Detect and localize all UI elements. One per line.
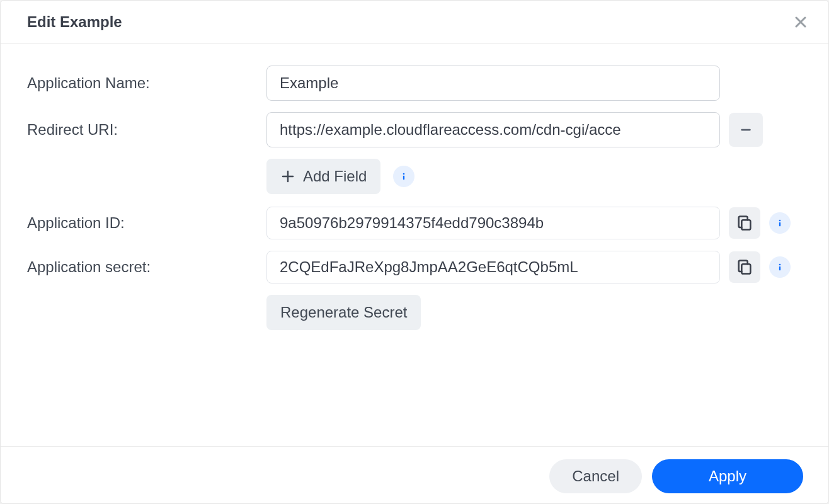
row-app-name: Application Name: [27, 66, 802, 101]
row-app-id: Application ID: 9a50976b2979914375f4edd7… [27, 207, 802, 239]
copy-app-secret-button[interactable] [729, 251, 760, 283]
redirect-uri-input[interactable] [266, 112, 720, 147]
close-icon [793, 14, 808, 30]
info-app-secret[interactable] [769, 256, 791, 278]
close-button[interactable] [791, 12, 811, 32]
edit-dialog: Edit Example Application Name: Redirect … [0, 0, 829, 504]
app-secret-value[interactable]: 2CQEdFaJReXpg8JmpAA2GeE6qtCQb5mL [266, 251, 720, 284]
copy-icon [736, 214, 753, 232]
copy-icon [736, 258, 753, 276]
input-wrap-redirect-uri [266, 112, 802, 147]
info-icon [775, 218, 785, 228]
input-wrap-app-secret: 2CQEdFaJReXpg8JmpAA2GeE6qtCQb5mL [266, 251, 802, 284]
input-wrap-app-name [266, 66, 802, 101]
dialog-body: Application Name: Redirect URI: [1, 44, 828, 446]
label-app-name: Application Name: [27, 74, 266, 92]
dialog-title: Edit Example [27, 13, 122, 31]
dialog-footer: Cancel Apply [1, 446, 828, 503]
svg-point-11 [779, 264, 781, 266]
row-add-field: Add Field [266, 159, 802, 194]
apply-label: Apply [709, 467, 746, 485]
minus-icon [739, 123, 753, 137]
copy-app-id-button[interactable] [729, 207, 760, 239]
plus-icon [280, 169, 295, 184]
label-app-id: Application ID: [27, 214, 266, 232]
add-field-button[interactable]: Add Field [266, 159, 380, 194]
svg-rect-9 [779, 222, 780, 227]
svg-rect-6 [403, 176, 404, 180]
svg-rect-7 [741, 220, 750, 229]
remove-field-button[interactable] [729, 113, 763, 147]
info-icon [775, 262, 785, 272]
row-redirect-uri: Redirect URI: [27, 112, 802, 147]
svg-rect-10 [741, 264, 750, 273]
app-name-input[interactable] [266, 66, 720, 101]
row-regenerate: Regenerate Secret [266, 295, 802, 330]
regenerate-label: Regenerate Secret [280, 304, 407, 321]
regenerate-secret-button[interactable]: Regenerate Secret [266, 295, 421, 330]
svg-point-5 [403, 173, 405, 175]
svg-point-8 [779, 220, 781, 222]
apply-button[interactable]: Apply [652, 459, 803, 493]
row-app-secret: Application secret: 2CQEdFaJReXpg8JmpAA2… [27, 251, 802, 284]
cancel-button[interactable]: Cancel [549, 459, 642, 493]
app-id-value[interactable]: 9a50976b2979914375f4edd790c3894b [266, 207, 720, 239]
cancel-label: Cancel [572, 467, 619, 485]
info-icon [399, 171, 409, 181]
info-add-field[interactable] [393, 166, 414, 187]
svg-rect-12 [779, 266, 780, 271]
info-app-id[interactable] [769, 212, 791, 234]
label-app-secret: Application secret: [27, 258, 266, 276]
add-field-label: Add Field [303, 168, 367, 185]
label-redirect-uri: Redirect URI: [27, 121, 266, 139]
input-wrap-app-id: 9a50976b2979914375f4edd790c3894b [266, 207, 802, 239]
dialog-header: Edit Example [1, 1, 828, 44]
